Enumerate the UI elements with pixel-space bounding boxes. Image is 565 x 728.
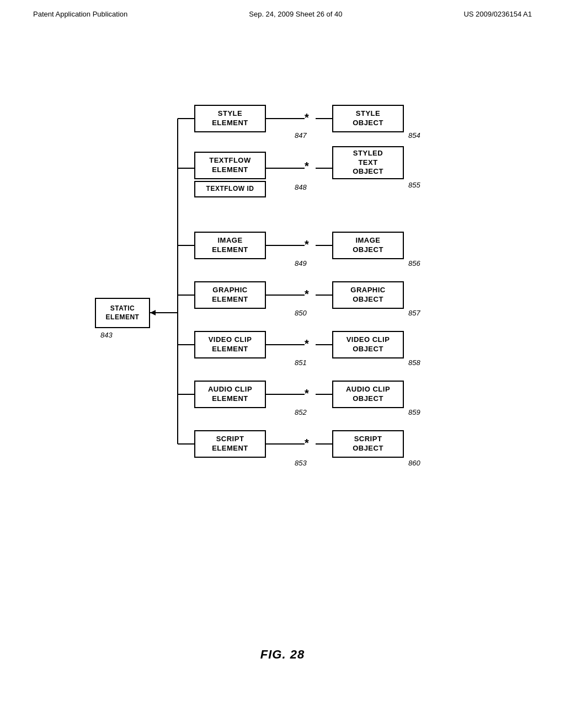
label-849: 849 [295,259,307,267]
diagram-lines [89,88,476,585]
label-860: 860 [408,459,420,467]
textflow-element-box: TEXTFLOWELEMENT [194,152,266,179]
style-element-box: STYLEELEMENT [194,105,266,132]
header-left: Patent Application Publication [33,10,127,18]
graphic-object-box: GRAPHICOBJECT [332,281,404,309]
style-object-box: STYLEOBJECT [332,105,404,132]
video-clip-element-box: VIDEO CLIPELEMENT [194,331,266,358]
styled-text-object-box: STYLEDTEXTOBJECT [332,146,404,179]
page-header: Patent Application Publication Sep. 24, … [0,0,565,18]
asterisk-1: * [305,160,309,173]
label-851: 851 [295,358,307,367]
audio-clip-object-box: AUDIO CLIPOBJECT [332,381,404,408]
svg-marker-10 [150,310,156,315]
asterisk-3: * [305,288,309,301]
textflow-id-box: TEXTFLOW ID [194,181,266,197]
header-right: US 2009/0236154 A1 [463,10,532,18]
static-element-label: STATICELEMENT [106,304,140,322]
label-843: 843 [100,331,113,339]
image-object-box: IMAGEOBJECT [332,232,404,259]
diagram: STATICELEMENT STYLEELEMENT STYLEOBJECT 8… [89,88,476,585]
label-859: 859 [408,408,420,416]
static-element-box: STATICELEMENT [95,298,150,328]
script-object-box: SCRIPTOBJECT [332,430,404,458]
audio-clip-element-box: AUDIO CLIPELEMENT [194,381,266,408]
graphic-element-box: GRAPHICELEMENT [194,281,266,309]
label-847: 847 [295,131,307,140]
asterisk-5: * [305,387,309,400]
video-clip-object-box: VIDEO CLIPOBJECT [332,331,404,358]
label-854: 854 [408,131,420,140]
header-middle: Sep. 24, 2009 Sheet 26 of 40 [249,10,342,18]
label-850: 850 [295,309,307,317]
label-853: 853 [295,459,307,467]
asterisk-4: * [305,338,309,350]
label-858: 858 [408,358,420,367]
script-element-box: SCRIPTELEMENT [194,430,266,458]
label-856: 856 [408,259,420,267]
label-857: 857 [408,309,420,317]
label-855: 855 [408,181,420,189]
image-element-box: IMAGEELEMENT [194,232,266,259]
asterisk-6: * [305,437,309,449]
label-852: 852 [295,408,307,416]
label-848: 848 [295,183,307,191]
asterisk-0: * [305,111,309,124]
figure-caption: FIG. 28 [260,647,305,662]
asterisk-2: * [305,238,309,251]
